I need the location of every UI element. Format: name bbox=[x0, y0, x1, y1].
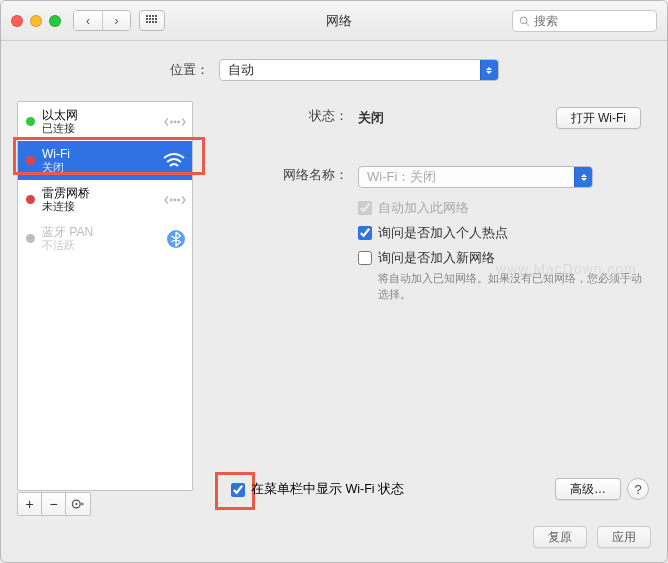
service-thunderbolt[interactable]: 雷雳网桥未连接 bbox=[18, 180, 192, 219]
service-state: 未连接 bbox=[42, 200, 184, 213]
add-service-button[interactable]: + bbox=[18, 493, 42, 515]
network-name-value: Wi-Fi：关闭 bbox=[367, 168, 436, 186]
service-name: 雷雳网桥 bbox=[42, 186, 184, 200]
revert-button[interactable]: 复原 bbox=[533, 526, 587, 548]
services-sidebar: 以太网已连接 Wi-Fi关闭 雷雳网桥未连接 蓝牙 PAN不活跃 + − bbox=[17, 101, 197, 516]
forward-button[interactable]: › bbox=[102, 11, 130, 30]
service-name: 蓝牙 PAN bbox=[42, 225, 184, 239]
svg-point-4 bbox=[178, 121, 179, 122]
status-dot bbox=[26, 117, 35, 126]
advanced-button[interactable]: 高级… bbox=[555, 478, 621, 500]
ethernet-icon bbox=[164, 113, 186, 131]
status-label: 状态： bbox=[213, 107, 348, 125]
show-in-menubar-checkbox[interactable]: 在菜单栏中显示 Wi-Fi 状态 bbox=[231, 481, 404, 498]
close-window-button[interactable] bbox=[11, 15, 23, 27]
wifi-icon bbox=[162, 152, 186, 170]
service-wifi[interactable]: Wi-Fi关闭 bbox=[18, 141, 192, 180]
location-label: 位置： bbox=[170, 61, 209, 79]
svg-point-2 bbox=[171, 121, 172, 122]
service-state: 已连接 bbox=[42, 122, 184, 135]
traffic-lights bbox=[11, 15, 61, 27]
service-bluetooth-pan[interactable]: 蓝牙 PAN不活跃 bbox=[18, 219, 192, 258]
svg-point-3 bbox=[174, 121, 175, 122]
status-value: 关闭 bbox=[358, 109, 384, 127]
location-row: 位置： 自动 bbox=[1, 41, 667, 91]
turn-on-wifi-button[interactable]: 打开 Wi-Fi bbox=[556, 107, 641, 129]
chevron-updown-icon bbox=[480, 60, 498, 80]
back-button[interactable]: ‹ bbox=[74, 11, 102, 30]
svg-point-6 bbox=[174, 199, 175, 200]
ask-hotspot-checkbox[interactable]: 询问是否加入个人热点 bbox=[358, 225, 651, 242]
thunderbolt-icon bbox=[164, 191, 186, 209]
svg-point-10 bbox=[75, 503, 77, 505]
gear-icon bbox=[71, 498, 85, 510]
show-all-prefs-button[interactable] bbox=[139, 10, 165, 31]
location-value: 自动 bbox=[228, 61, 254, 79]
auto-join-checkbox: 自动加入此网络 bbox=[358, 200, 651, 217]
chevron-updown-icon bbox=[574, 167, 592, 187]
status-dot bbox=[26, 195, 35, 204]
service-actions-menu[interactable] bbox=[66, 493, 90, 515]
services-list: 以太网已连接 Wi-Fi关闭 雷雳网桥未连接 蓝牙 PAN不活跃 bbox=[17, 101, 193, 491]
service-name: 以太网 bbox=[42, 108, 184, 122]
minimize-window-button[interactable] bbox=[30, 15, 42, 27]
service-state: 不活跃 bbox=[42, 239, 184, 252]
zoom-window-button[interactable] bbox=[49, 15, 61, 27]
search-icon bbox=[519, 15, 530, 27]
footer-buttons: 复原 应用 bbox=[533, 526, 651, 548]
window-title: 网络 bbox=[165, 12, 512, 30]
watermark: www.MacDown.com bbox=[496, 261, 637, 277]
network-name-select[interactable]: Wi-Fi：关闭 bbox=[358, 166, 593, 188]
bluetooth-icon bbox=[166, 229, 186, 249]
nav-back-forward: ‹ › bbox=[73, 10, 131, 31]
status-dot bbox=[26, 156, 35, 165]
svg-point-7 bbox=[178, 199, 179, 200]
apply-button[interactable]: 应用 bbox=[597, 526, 651, 548]
service-action-buttons: + − bbox=[17, 492, 91, 516]
grid-icon bbox=[146, 15, 158, 27]
location-select[interactable]: 自动 bbox=[219, 59, 499, 81]
svg-point-0 bbox=[520, 17, 527, 24]
svg-point-5 bbox=[171, 199, 172, 200]
remove-service-button[interactable]: − bbox=[42, 493, 66, 515]
search-field[interactable] bbox=[512, 10, 657, 32]
search-input[interactable] bbox=[534, 14, 650, 28]
status-dot bbox=[26, 234, 35, 243]
service-ethernet[interactable]: 以太网已连接 bbox=[18, 102, 192, 141]
titlebar: ‹ › 网络 bbox=[1, 1, 667, 41]
svg-line-1 bbox=[526, 22, 529, 25]
help-button[interactable]: ? bbox=[627, 478, 649, 500]
network-name-label: 网络名称： bbox=[213, 166, 348, 184]
